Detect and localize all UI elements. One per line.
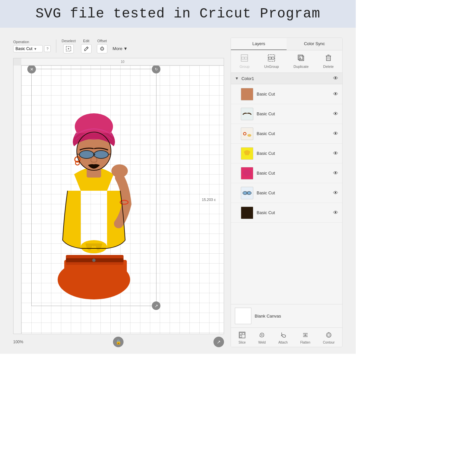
dropdown-arrow-icon: ▼ [34, 47, 37, 51]
layer-item[interactable]: Basic Cut 👁 [231, 144, 342, 163]
more-button[interactable]: More ▼ [113, 46, 128, 51]
handle-top-left[interactable]: ✕ [27, 66, 36, 73]
svg-point-64 [326, 333, 331, 337]
svg-rect-54 [239, 332, 245, 338]
layer-name-2: Basic Cut [257, 111, 330, 116]
attach-label: Attach [278, 341, 288, 344]
edit-icon [83, 46, 89, 52]
layer-eye-4[interactable]: 👁 [333, 151, 338, 156]
deselect-label: Deselect [62, 39, 76, 43]
slice-icon [239, 332, 245, 340]
layer-eye-3[interactable]: 👁 [333, 131, 338, 137]
flatten-button[interactable]: Flatten [297, 330, 313, 346]
layer-eye-7[interactable]: 👁 [333, 210, 338, 216]
layer-item[interactable]: Basic Cut 👁 [231, 183, 342, 203]
layers-list[interactable]: ▼ Color1 👁 Basic Cut 👁 [231, 73, 342, 304]
layer-eye-2[interactable]: 👁 [333, 111, 338, 117]
offset-label: Offset [97, 39, 107, 43]
canvas-panel: Operation Basic Cut ▼ ? Deselect [13, 38, 224, 347]
blank-canvas-label: Blank Canvas [255, 314, 281, 319]
layer-eye-5[interactable]: 👁 [333, 170, 338, 176]
deselect-icon-btn[interactable] [63, 44, 74, 53]
svg-point-65 [327, 334, 330, 336]
layer-thumb-1 [241, 88, 253, 100]
duplicate-icon [297, 54, 305, 63]
contour-label: Contour [323, 341, 335, 344]
layer-item[interactable]: Basic Cut 👁 [231, 84, 342, 104]
handle-top-right[interactable]: ↻ [152, 66, 160, 73]
offset-action[interactable]: Offset [97, 39, 107, 53]
delete-label: Delete [323, 65, 334, 69]
layer-item[interactable]: Basic Cut 👁 [231, 203, 342, 223]
delete-button[interactable]: Delete [321, 53, 336, 70]
flatten-icon [302, 332, 309, 340]
tab-color-sync[interactable]: Color Sync [287, 38, 342, 50]
svg-rect-56 [242, 333, 244, 335]
blank-canvas-section: Blank Canvas [231, 304, 342, 327]
operation-dropdown[interactable]: Basic Cut ▼ [13, 45, 43, 52]
ruler-number: 10 [121, 60, 124, 64]
layer-name-4: Basic Cut [257, 151, 330, 156]
svg-rect-38 [326, 56, 330, 61]
layer-eye-1[interactable]: 👁 [333, 91, 338, 97]
delete-icon [325, 54, 332, 63]
layer-thumb-4 [241, 147, 253, 160]
slice-button[interactable]: Slice [236, 330, 248, 346]
edit-icon-btn[interactable] [81, 44, 92, 53]
ruler-top: 10 [21, 58, 224, 66]
selection-box: ✕ ↻ ↗ [31, 69, 156, 306]
lock-button[interactable]: 🔒 [113, 337, 124, 347]
panel-tabs: Layers Color Sync [231, 38, 342, 50]
edit-label: Edit [83, 39, 89, 43]
svg-rect-31 [268, 55, 275, 61]
tab-layers[interactable]: Layers [231, 38, 287, 50]
panel-bottom-toolbar: Slice Weld Attach [231, 327, 342, 347]
zoom-value: 100% [13, 340, 23, 344]
ruler-left [14, 66, 21, 334]
layer-item[interactable]: Basic Cut 👁 [231, 124, 342, 144]
group-label: Group [239, 65, 250, 69]
group-button[interactable]: Group [237, 53, 252, 70]
contour-icon [325, 332, 332, 340]
ungroup-button[interactable]: UnGroup [262, 53, 282, 70]
more-arrow-icon: ▼ [123, 46, 127, 51]
group-visibility-icon[interactable]: 👁 [333, 75, 338, 81]
deselect-action[interactable]: Deselect [62, 39, 76, 53]
contour-button[interactable]: Contour [320, 330, 337, 346]
handle-bottom-right[interactable]: ↗ [152, 301, 160, 310]
layer-thumb-2 [241, 108, 253, 120]
duplicate-button[interactable]: Duplicate [291, 53, 311, 70]
svg-rect-33 [272, 57, 274, 59]
svg-rect-29 [242, 57, 244, 59]
group-icon [241, 54, 248, 63]
blank-canvas-thumb [235, 308, 251, 324]
offset-icon-btn[interactable] [97, 44, 107, 53]
deselect-icon [66, 46, 71, 52]
layer-item[interactable]: Basic Cut 👁 [231, 163, 342, 183]
svg-rect-55 [240, 333, 242, 335]
help-button[interactable]: ? [44, 45, 51, 52]
ungroup-label: UnGroup [264, 65, 279, 69]
attach-button[interactable]: Attach [276, 330, 290, 346]
slice-label: Slice [238, 341, 246, 344]
panel-actions: Group UnGroup [231, 50, 342, 73]
header-title: SVG file tested in Cricut Program [7, 6, 349, 22]
layer-thumb-3 [241, 127, 253, 140]
ungroup-icon [268, 54, 275, 63]
operation-label: Operation [13, 40, 29, 44]
weld-button[interactable]: Weld [256, 330, 268, 346]
more-label: More [113, 46, 123, 51]
edit-action[interactable]: Edit [81, 39, 92, 53]
canvas-grid[interactable]: ✕ ↻ ↗ 15.203 c [21, 66, 224, 334]
svg-rect-57 [240, 335, 242, 337]
layer-item[interactable]: Basic Cut 👁 [231, 104, 342, 124]
group-toggle-icon[interactable]: ▼ [235, 76, 239, 81]
group-name: Color1 [241, 76, 330, 81]
resize-button[interactable]: ↗ [213, 337, 224, 347]
svg-point-45 [243, 132, 246, 135]
flatten-label: Flatten [300, 341, 310, 344]
layer-name-7: Basic Cut [257, 210, 330, 215]
svg-point-44 [244, 95, 250, 98]
layer-eye-6[interactable]: 👁 [333, 190, 338, 196]
svg-rect-28 [241, 55, 248, 61]
